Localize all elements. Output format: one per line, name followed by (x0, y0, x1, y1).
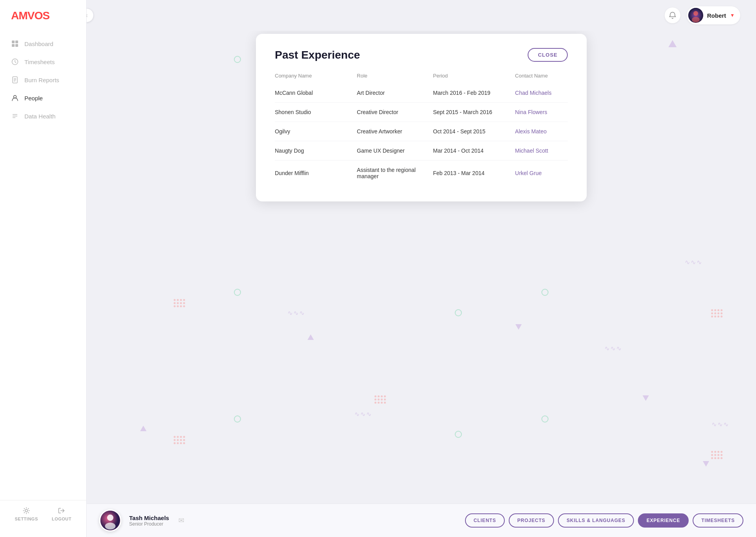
grid-icon (11, 40, 19, 48)
person-avatar (99, 509, 121, 531)
logout-label: LOGOUT (52, 517, 71, 521)
tab-timesheets[interactable]: TIMESHEETS (693, 513, 743, 528)
person-name: Tash Michaels (129, 515, 169, 521)
cell-role: Creative Director (357, 103, 433, 122)
cell-role: Creative Artworker (357, 122, 433, 141)
col-header-role: Role (357, 73, 433, 83)
sidebar-label-dashboard: Dashboard (24, 41, 53, 47)
sidebar-nav: Dashboard Timesheets Burn Re (0, 35, 86, 125)
clock-icon (11, 58, 19, 66)
cell-company: Naugty Dog (275, 141, 357, 161)
person-info: Tash Michaels Senior Producer (129, 515, 169, 527)
logo-black: AMV (11, 9, 34, 22)
cell-contact[interactable]: Chad Michaels (515, 83, 568, 103)
close-button[interactable]: CLOSE (528, 48, 568, 62)
notifications-button[interactable] (665, 7, 680, 23)
settings-button[interactable]: SETTINGS (15, 507, 38, 521)
cell-period: Mar 2014 - Oct 2014 (433, 141, 515, 161)
sidebar-label-timesheets: Timesheets (24, 59, 55, 65)
sidebar-item-timesheets[interactable]: Timesheets (0, 53, 86, 71)
cell-contact[interactable]: Michael Scott (515, 141, 568, 161)
svg-rect-1 (15, 41, 18, 43)
table-row: Shonen Studio Creative Director Sept 201… (275, 103, 568, 122)
tab-clients[interactable]: CLIENTS (465, 513, 505, 528)
modal-header: Past Experience CLOSE (275, 48, 568, 62)
cell-company: Shonen Studio (275, 103, 357, 122)
svg-point-13 (25, 509, 28, 512)
collapse-sidebar-button[interactable]: ‹ (87, 8, 94, 22)
cell-company: Dunder Mifflin (275, 161, 357, 186)
cell-company: Ogilvy (275, 122, 357, 141)
table-row: Naugty Dog Game UX Designer Mar 2014 - O… (275, 141, 568, 161)
past-experience-modal: Past Experience CLOSE Company Name Role … (256, 34, 587, 201)
cell-contact[interactable]: Urkel Grue (515, 161, 568, 186)
sidebar-label-people: People (24, 95, 43, 101)
svg-point-15 (693, 11, 698, 16)
cell-period: Sept 2015 - March 2016 (433, 103, 515, 122)
svg-rect-2 (12, 44, 15, 47)
main-content: ‹ Ro (87, 0, 756, 537)
svg-rect-0 (12, 41, 15, 43)
logo: AMVOS (0, 9, 86, 35)
cell-role: Game UX Designer (357, 141, 433, 161)
header: ‹ Ro (87, 0, 756, 31)
sidebar-item-burn-reports[interactable]: Burn Reports (0, 71, 86, 89)
sidebar-bottom: SETTINGS LOGOUT (0, 500, 86, 528)
cell-contact[interactable]: Nina Flowers (515, 103, 568, 122)
svg-rect-3 (15, 44, 18, 47)
col-header-contact: Contact Name (515, 73, 568, 83)
cell-period: Feb 2013 - Mar 2014 (433, 161, 515, 186)
col-header-period: Period (433, 73, 515, 83)
sidebar-label-data-health: Data Health (24, 113, 56, 120)
cell-role: Art Director (357, 83, 433, 103)
user-name: Robert (707, 12, 726, 19)
table-row: Dunder Mifflin Assistant to the regional… (275, 161, 568, 186)
bottom-bar: Tash Michaels Senior Producer ✉ CLIENTSP… (87, 504, 756, 537)
background-area: ∿∿∿ ∿∿∿ ∿∿∿ ∿∿∿ ∿∿∿ ∿∿∿ (87, 31, 756, 537)
sidebar-label-burn-reports: Burn Reports (24, 77, 59, 83)
svg-point-16 (692, 17, 700, 22)
cell-period: Oct 2014 - Sept 2015 (433, 122, 515, 141)
email-icon[interactable]: ✉ (178, 516, 184, 525)
bottom-tabs: CLIENTSPROJECTSSKILLS & LANGUAGESEXPERIE… (465, 513, 743, 528)
person-icon (11, 94, 19, 102)
user-menu[interactable]: Robert ▼ (687, 6, 740, 24)
document-icon (11, 76, 19, 84)
list-icon (11, 112, 19, 120)
experience-table: Company Name Role Period Contact Name Mc… (275, 73, 568, 186)
cell-period: March 2016 - Feb 2019 (433, 83, 515, 103)
sidebar-item-data-health[interactable]: Data Health (0, 107, 86, 125)
table-row: Ogilvy Creative Artworker Oct 2014 - Sep… (275, 122, 568, 141)
tab-projects[interactable]: PROJECTS (509, 513, 554, 528)
avatar (688, 8, 703, 23)
logo-red: OS (34, 9, 49, 22)
svg-point-19 (105, 522, 116, 530)
modal-title: Past Experience (275, 49, 360, 61)
caret-down-icon: ▼ (730, 13, 735, 18)
col-header-company: Company Name (275, 73, 357, 83)
cell-contact[interactable]: Alexis Mateo (515, 122, 568, 141)
sidebar-item-dashboard[interactable]: Dashboard (0, 35, 86, 53)
sidebar-item-people[interactable]: People (0, 89, 86, 107)
tab-experience[interactable]: EXPERIENCE (638, 513, 689, 528)
logout-button[interactable]: LOGOUT (52, 507, 71, 521)
svg-point-18 (107, 515, 113, 521)
tab-skills[interactable]: SKILLS & LANGUAGES (558, 513, 634, 528)
settings-label: SETTINGS (15, 517, 38, 521)
cell-role: Assistant to the regional manager (357, 161, 433, 186)
person-role: Senior Producer (129, 521, 169, 527)
cell-company: McCann Global (275, 83, 357, 103)
table-row: McCann Global Art Director March 2016 - … (275, 83, 568, 103)
sidebar: AMVOS Dashboard Timesheets (0, 0, 87, 537)
